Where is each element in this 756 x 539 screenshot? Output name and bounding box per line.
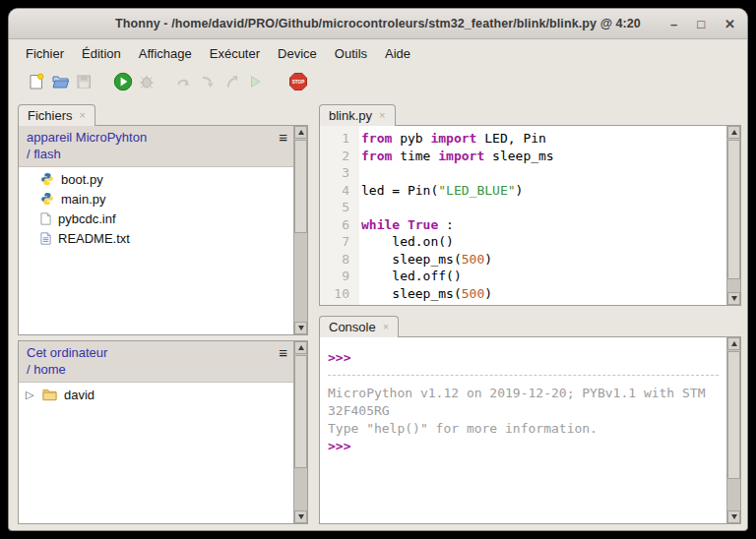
tab-console[interactable]: Console ×	[319, 316, 399, 337]
code-line-11: 11	[320, 303, 726, 305]
toolbar: STOP	[9, 67, 747, 100]
step-out-button[interactable]	[220, 72, 243, 95]
code-text[interactable]: while True :	[361, 217, 454, 235]
file-name: main.py	[61, 192, 106, 207]
maximize-button[interactable]: □	[697, 18, 705, 30]
thonny-window: Thonny - /home/david/PRO/Github/microcon…	[8, 8, 748, 531]
device-menu-icon[interactable]: ≡	[279, 129, 287, 146]
console-scrollbar[interactable]	[726, 337, 740, 523]
scrollbar-thumb[interactable]	[294, 140, 307, 233]
debug-script-button[interactable]	[135, 72, 158, 95]
code-line-9: 9 led.off()	[320, 269, 726, 286]
step-out-icon	[222, 73, 240, 94]
scrollbar-thumb[interactable]	[727, 140, 740, 279]
line-number: 5	[320, 200, 361, 217]
run-script-button[interactable]	[111, 72, 135, 95]
file-item-main.py[interactable]: main.py	[19, 189, 293, 209]
file-item-david[interactable]: ▷david	[19, 385, 293, 404]
scroll-down-icon[interactable]	[294, 510, 307, 523]
titlebar[interactable]: Thonny - /home/david/PRO/Github/microcon…	[9, 9, 747, 39]
menu-aide[interactable]: Aide	[376, 42, 419, 65]
code-text[interactable]: sleep_ms(500)	[361, 252, 492, 270]
code-line-7: 7 led.on()	[320, 234, 726, 252]
editor-scrollbar[interactable]	[726, 126, 740, 305]
save-file-icon	[75, 73, 93, 94]
line-number: 8	[320, 252, 361, 270]
menu-affichage[interactable]: Affichage	[130, 42, 201, 65]
file-name: boot.py	[61, 172, 103, 187]
step-over-button[interactable]	[172, 72, 196, 95]
resume-button[interactable]	[243, 72, 267, 95]
scroll-down-icon[interactable]	[727, 292, 740, 305]
code-editor[interactable]: 1from pyb import LED, Pin2from time impo…	[320, 126, 726, 305]
file-icon	[40, 212, 51, 225]
tab-fichiers-close-icon[interactable]: ×	[80, 110, 86, 121]
line-number: 6	[320, 217, 361, 235]
resume-icon	[246, 73, 264, 94]
computer-files-scrollbar[interactable]	[293, 341, 307, 523]
code-line-8: 8 sleep_ms(500)	[320, 252, 726, 270]
tab-fichiers[interactable]: Fichiers ×	[18, 104, 95, 126]
step-into-icon	[199, 73, 217, 94]
run-icon	[113, 72, 133, 95]
open-file-button[interactable]	[48, 72, 72, 95]
scroll-up-icon[interactable]	[727, 126, 740, 139]
close-button[interactable]: ✕	[724, 18, 735, 30]
code-line-3: 3	[320, 165, 726, 183]
tab-blink-py[interactable]: blink.py ×	[319, 104, 396, 126]
scroll-down-icon[interactable]	[727, 510, 740, 523]
computer-files-header: Cet ordinateur / home ≡	[19, 341, 293, 383]
window-controls: – □ ✕	[670, 9, 735, 38]
new-file-icon	[28, 73, 45, 94]
scroll-up-icon[interactable]	[294, 126, 307, 139]
code-text[interactable]: led = Pin("LED_BLUE")	[361, 183, 523, 201]
file-item-pybcdc.inf[interactable]: pybcdc.inf	[19, 209, 293, 228]
minimize-button[interactable]: –	[670, 18, 677, 30]
menu-executer[interactable]: Exécuter	[201, 42, 269, 65]
console-panel: >>>MicroPython v1.12 on 2019-12-20; PYBv…	[319, 336, 741, 524]
computer-path-link[interactable]: / home	[27, 361, 287, 378]
computer-file-list: ▷david	[19, 385, 293, 523]
code-text[interactable]: sleep_ms(500)	[361, 286, 492, 304]
text-file-icon	[40, 232, 51, 245]
window-title: Thonny - /home/david/PRO/Github/microcon…	[9, 17, 747, 30]
code-text[interactable]: from pyb import LED, Pin	[361, 131, 546, 149]
menu-edition[interactable]: Édition	[73, 42, 130, 65]
code-text[interactable]: from time import sleep_ms	[361, 149, 554, 166]
code-text[interactable]: led.off()	[361, 269, 462, 286]
menu-outils[interactable]: Outils	[326, 42, 376, 65]
line-number: 10	[320, 286, 361, 304]
computer-files-panel: Cet ordinateur / home ≡ ▷david	[18, 340, 308, 524]
line-number: 1	[320, 131, 361, 149]
device-title-link[interactable]: appareil MicroPyhton	[27, 129, 287, 146]
scrollbar-thumb[interactable]	[727, 351, 740, 479]
save-file-button[interactable]	[72, 72, 95, 95]
menu-fichier[interactable]: Fichier	[17, 42, 73, 65]
console-output-area[interactable]: >>>MicroPython v1.12 on 2019-12-20; PYBv…	[320, 337, 726, 523]
code-line-10: 10 sleep_ms(500)	[320, 286, 726, 304]
code-text[interactable]: led.on()	[361, 234, 454, 252]
stop-restart-button[interactable]: STOP	[286, 72, 310, 95]
file-item-boot.py[interactable]: boot.py	[19, 169, 293, 189]
expander-icon[interactable]: ▷	[26, 389, 35, 401]
scroll-up-icon[interactable]	[294, 341, 307, 354]
menu-device[interactable]: Device	[269, 42, 326, 65]
device-files-scrollbar[interactable]	[293, 126, 307, 334]
computer-menu-icon[interactable]: ≡	[279, 344, 287, 361]
tab-blink-py-close-icon[interactable]: ×	[379, 110, 385, 121]
tab-fichiers-label: Fichiers	[28, 108, 73, 123]
editor-panel: 1from pyb import LED, Pin2from time impo…	[319, 125, 741, 306]
file-item-readme.txt[interactable]: README.txt	[19, 228, 293, 248]
scroll-up-icon[interactable]	[727, 337, 740, 350]
menubar: FichierÉditionAffichageExécuterDeviceOut…	[9, 39, 747, 67]
tab-blink-py-label: blink.py	[329, 108, 372, 123]
tab-console-close-icon[interactable]: ×	[383, 322, 389, 332]
scroll-down-icon[interactable]	[294, 322, 307, 334]
device-path-link[interactable]: / flash	[27, 146, 287, 162]
computer-title-link[interactable]: Cet ordinateur	[27, 344, 287, 361]
new-file-button[interactable]	[25, 72, 48, 95]
console-output: MicroPython v1.12 on 2019-12-20; PYBv1.1…	[328, 385, 719, 402]
step-into-button[interactable]	[196, 72, 220, 95]
step-over-icon	[175, 73, 193, 94]
scrollbar-thumb[interactable]	[294, 355, 307, 468]
